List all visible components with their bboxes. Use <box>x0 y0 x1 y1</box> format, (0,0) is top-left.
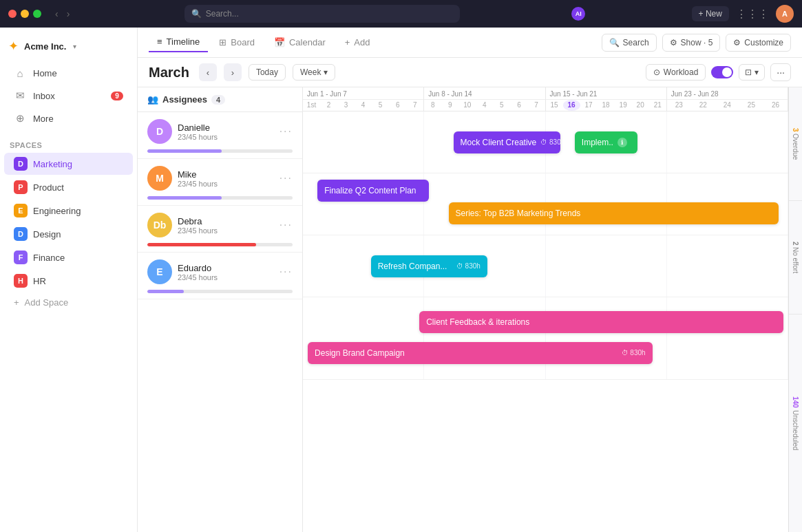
noeffort-panel[interactable]: 2 No effort <box>789 201 802 315</box>
workload-toggle[interactable] <box>711 66 733 78</box>
back-arrow[interactable]: ‹ <box>52 7 61 21</box>
avatar-eduardo: E <box>147 259 172 284</box>
timeline-grid: Jun 1 - Jun 7 1st 2 3 4 5 6 7 <box>303 87 788 532</box>
engineering-dot: E <box>14 204 28 217</box>
add-space-button[interactable]: + Add Space <box>4 293 133 312</box>
assignee-more-mike[interactable]: ··· <box>279 172 293 184</box>
search-placeholder: Search... <box>206 9 239 19</box>
day-15: 15 <box>546 100 563 111</box>
timeline-prev-button[interactable]: ‹ <box>199 63 217 81</box>
date-days-jun8: 8 9 10 4 5 6 7 <box>424 100 545 111</box>
sidebar-item-marketing[interactable]: D Marketing <box>4 153 133 175</box>
add-space-icon: + <box>14 297 19 308</box>
marketing-dot: D <box>14 157 28 171</box>
assignee-row-eduardo: E Eduardo 23/45 hours ··· <box>138 253 302 299</box>
progress-fill-debra <box>147 243 256 246</box>
design-dot: D <box>14 227 28 241</box>
tab-actions: 🔍 Search ⚙ Show · 5 ⚙ Customize <box>602 34 791 52</box>
sidebar-item-engineering[interactable]: E Engineering <box>4 200 133 222</box>
tab-label-calendar: Calendar <box>289 37 326 47</box>
workload-icon: ⊙ <box>653 67 660 77</box>
day-10: 10 <box>458 100 476 111</box>
assignee-more-eduardo[interactable]: ··· <box>279 266 293 278</box>
forward-arrow[interactable]: › <box>64 7 73 21</box>
sidebar-label-design: Design <box>33 229 61 240</box>
task-refresh-company[interactable]: Refresh Compan... ⏱ 830h <box>371 255 487 277</box>
search-button[interactable]: 🔍 Search <box>602 34 657 52</box>
sidebar-item-design[interactable]: D Design <box>4 223 133 245</box>
sidebar-item-home[interactable]: ⌂ Home <box>4 63 133 84</box>
assignee-more-debra[interactable]: ··· <box>279 219 293 231</box>
tab-board[interactable]: ⊞ Board <box>211 33 263 52</box>
avatar-danielle: D <box>147 119 172 144</box>
day-25: 25 <box>739 100 763 111</box>
day-1st: 1st <box>303 100 320 111</box>
day-5a: 5 <box>372 100 389 111</box>
date-group-jun8: Jun 8 - Jun 14 8 9 10 4 5 6 7 <box>424 87 545 111</box>
sidebar-nav: ⌂ Home ✉ Inbox 9 ⊕ More <box>0 59 137 133</box>
assignee-hours-danielle: 23/45 hours <box>178 133 274 141</box>
unscheduled-panel[interactable]: 140 Unscheduled <box>789 315 802 532</box>
date-range-jun23: Jun 23 - Jun 28 <box>667 87 788 100</box>
unscheduled-count: 140 <box>792 396 799 408</box>
task-design-brand[interactable]: Design Brand Campaign ⏱ 830h <box>308 342 653 364</box>
progress-bg-debra <box>147 243 293 246</box>
timeline-next-button[interactable]: › <box>224 63 242 81</box>
workload-button[interactable]: ⊙ Workload <box>646 64 706 81</box>
task-label: Finalize Q2 Content Plan <box>324 186 416 195</box>
task-label: Series: Top B2B Marketing Trends <box>456 209 581 218</box>
filter-button[interactable]: ⊡ ▾ <box>739 64 765 81</box>
today-button[interactable]: Today <box>249 64 286 81</box>
minimize-button[interactable] <box>21 10 29 18</box>
day-4b: 4 <box>476 100 493 111</box>
filter-chevron-icon: ▾ <box>754 67 759 77</box>
task-mock-client-creative[interactable]: Mock Client Creative ⏱ 830h <box>454 131 560 153</box>
week-selector[interactable]: Week ▾ <box>293 64 335 81</box>
day-3: 3 <box>337 100 355 111</box>
overdue-panel[interactable]: 3 Overdue <box>789 87 802 201</box>
assignee-info-eduardo: E Eduardo 23/45 hours ··· <box>147 259 293 284</box>
show-button[interactable]: ⚙ Show · 5 <box>662 34 721 52</box>
board-icon: ⊞ <box>219 37 226 47</box>
date-days-jun23: 23 22 24 25 26 <box>667 100 788 111</box>
overdue-count: 3 <box>792 128 799 132</box>
tab-calendar[interactable]: 📅 Calendar <box>266 33 334 52</box>
sidebar-item-more[interactable]: ⊕ More <box>4 107 133 129</box>
tab-timeline[interactable]: ≡ Timeline <box>149 32 208 52</box>
content-area: ≡ Timeline ⊞ Board 📅 Calendar + Add <box>138 28 802 532</box>
assignee-details-eduardo: Eduardo 23/45 hours <box>178 263 274 281</box>
progress-fill-danielle <box>147 149 222 153</box>
workspace-header[interactable]: ✦ Acme Inc. ▾ <box>0 33 137 59</box>
task-client-feedback[interactable]: Client Feedback & iterations <box>419 311 783 333</box>
day-20: 20 <box>632 100 649 111</box>
sidebar-item-product[interactable]: P Product <box>4 176 133 198</box>
sidebar-item-finance[interactable]: F Finance <box>4 246 133 268</box>
maximize-button[interactable] <box>33 10 41 18</box>
assignee-row-danielle: D Danielle 23/45 hours ··· <box>138 112 302 159</box>
close-button[interactable] <box>8 10 17 18</box>
user-avatar[interactable]: A <box>776 5 794 23</box>
tab-add[interactable]: + Add <box>337 33 379 52</box>
day-2: 2 <box>320 100 337 111</box>
week-chevron-icon: ▾ <box>324 67 328 77</box>
new-button[interactable]: + New <box>692 6 729 21</box>
sidebar-item-hr[interactable]: H HR <box>4 270 133 292</box>
assignee-row-mike: M Mike 23/45 hours ··· <box>138 159 302 206</box>
assignee-more-danielle[interactable]: ··· <box>279 125 293 138</box>
global-search-bar[interactable]: 🔍 Search... <box>184 5 460 23</box>
ai-badge[interactable]: AI <box>571 7 585 21</box>
assignee-info-debra: Db Debra 23/45 hours ··· <box>147 213 293 237</box>
task-series-b2b[interactable]: Series: Top B2B Marketing Trends <box>449 202 779 224</box>
day-6b: 6 <box>510 100 527 111</box>
more-icon: ⊕ <box>14 112 26 125</box>
assignee-details-danielle: Danielle 23/45 hours <box>178 123 274 141</box>
task-finalize-q2[interactable]: Finalize Q2 Content Plan <box>317 180 429 202</box>
progress-fill-mike <box>147 196 222 200</box>
grid-icon[interactable]: ⋮⋮⋮ <box>736 8 769 21</box>
right-panel: 3 Overdue 2 No effort 140 Unscheduled <box>788 87 802 532</box>
customize-button[interactable]: ⚙ Customize <box>726 34 791 52</box>
task-implement[interactable]: Implem.. ℹ <box>575 131 638 153</box>
more-options-button[interactable]: ··· <box>770 63 791 81</box>
sidebar-item-inbox[interactable]: ✉ Inbox 9 <box>4 85 133 107</box>
assignee-details-debra: Debra 23/45 hours <box>178 216 274 235</box>
